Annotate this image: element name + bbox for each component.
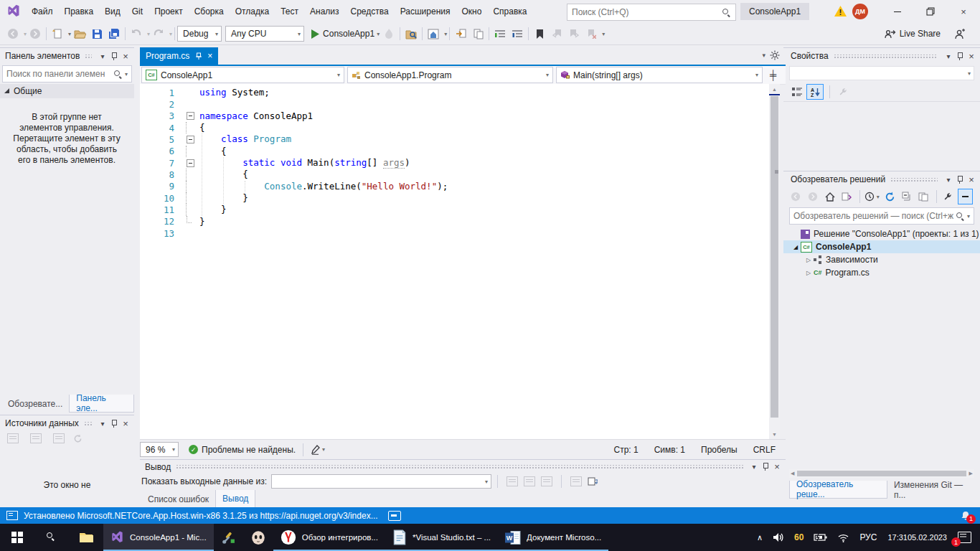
toolbox-window-menu-icon[interactable]: ▾ [97,50,108,62]
feedback-icon[interactable] [951,25,967,42]
network-icon[interactable] [832,524,854,551]
close-button[interactable] [947,0,980,23]
nav-type-select[interactable]: ConsoleApp1.Program ▾ [347,67,553,83]
toolbox-section-general[interactable]: Общие [0,84,134,98]
se-back-icon[interactable] [789,189,803,204]
editor-options-gear-icon[interactable] [770,50,780,60]
alphabetical-sort-icon[interactable]: AZ [806,84,824,100]
se-switch-views-icon[interactable] [840,189,854,204]
code-line-13[interactable]: 13 [140,227,769,239]
taskbar-task-yandex[interactable]: Обзор интегриров... [273,524,385,551]
tray-volume-level[interactable]: 60 [789,524,809,551]
document-pin-icon[interactable] [195,52,202,60]
previous-message-icon[interactable] [524,476,535,486]
nav-project-select[interactable]: C# ConsoleApp1 ▾ [141,67,344,83]
status-line-ending[interactable]: CRLF [753,445,776,455]
edit-data-source-icon[interactable] [30,433,42,443]
tree-item-solution[interactable]: Решение "ConsoleApp1" (проекты: 1 из 1) [783,227,980,240]
categorized-view-icon[interactable] [789,85,805,99]
start-debug-button[interactable]: ConsoleApp1 ▾ [311,25,380,42]
redo-button[interactable] [151,25,166,42]
se-forward-icon[interactable] [806,189,820,204]
minimize-button[interactable] [881,0,914,23]
battery-icon[interactable] [809,524,832,551]
tray-chevron-icon[interactable]: ∧ [752,524,768,551]
code-editor[interactable]: 1using System;23namespace ConsoleApp14{5… [140,84,769,439]
start-button[interactable] [0,524,34,551]
code-line-7[interactable]: 7 static void Main(string[] args) [140,157,769,169]
preview-selected-items-icon[interactable] [958,189,973,204]
home-dropdown[interactable]: ▾ [444,31,447,37]
menu-вид[interactable]: Вид [99,0,126,23]
tab-git-changes[interactable]: Изменения Git — п... [887,481,980,499]
se-properties-wrench-icon[interactable] [941,189,955,204]
menu-отладка[interactable]: Отладка [230,0,275,23]
code-line-12[interactable]: 12} [140,216,769,227]
quick-search-input[interactable]: Поиск (Ctrl+Q) [567,4,736,21]
properties-window-menu-icon[interactable]: ▾ [943,50,954,62]
document-close-icon[interactable]: × [207,51,212,61]
language-indicator[interactable]: РУС [854,524,882,551]
split-editor-icon[interactable]: ╪ [770,70,776,80]
tree-item-dependencies[interactable]: ▷Зависимости [783,253,980,266]
code-line-8[interactable]: 8 { [140,169,769,180]
taskbar-task-isaac[interactable] [243,524,273,551]
previous-bookmark-button[interactable] [549,25,565,42]
tab-error-list[interactable]: Список ошибок [141,491,215,508]
open-file-button[interactable] [72,25,88,42]
status-whitespace[interactable]: Пробелы [701,445,738,455]
tab-output[interactable]: Вывод [215,490,255,508]
problems-status[interactable]: Проблемы не найдены. [202,445,296,455]
menu-git[interactable]: Git [126,0,149,23]
live-share-button[interactable]: Live Share [884,29,941,39]
solution-configuration-select[interactable]: Debug▾ [177,26,222,42]
navigate-forward-button[interactable] [27,25,43,42]
next-message-icon[interactable] [541,476,552,486]
toolbar-options-dropdown[interactable]: ▾ [602,31,605,37]
undo-dropdown[interactable]: ▾ [147,31,150,37]
code-line-2[interactable]: 2 [140,98,769,110]
code-line-5[interactable]: 5 class Program [140,133,769,145]
data-sources-close-icon[interactable] [120,418,131,429]
refresh-icon[interactable] [883,189,897,204]
taskbar-task-tools[interactable] [214,524,243,551]
menu-тест[interactable]: Тест [275,0,304,23]
properties-close-icon[interactable] [966,50,977,62]
solution-explorer-close-icon[interactable] [966,174,977,185]
solution-explorer-home-button[interactable] [425,25,441,42]
right-dock-hscrollbar[interactable]: ◀▶ [789,469,974,478]
find-message-icon[interactable] [507,476,518,486]
toolbox-close-icon[interactable] [120,50,131,62]
tree-expander-icon[interactable]: ▷ [804,270,814,276]
menu-правка[interactable]: Правка [59,0,100,23]
code-line-11[interactable]: 11 } [140,204,769,215]
navigate-back-button[interactable] [5,25,21,42]
word-wrap-icon[interactable] [588,477,598,486]
output-window-menu-icon[interactable]: ▾ [748,461,760,473]
properties-pin-icon[interactable] [954,50,966,62]
next-bookmark-button[interactable] [566,25,582,42]
properties-object-select[interactable]: ▾ [789,66,974,80]
taskbar-search-button[interactable] [34,524,69,551]
undo-button[interactable] [128,25,144,42]
show-all-files-icon[interactable] [917,189,930,204]
add-data-source-icon[interactable] [7,433,19,443]
output-source-select[interactable]: ▾ [271,474,491,489]
tree-item-csproj[interactable]: ◢C#ConsoleApp1 [783,240,980,253]
fold-gutter[interactable] [174,110,197,122]
output-pin-icon[interactable] [760,461,771,473]
save-button[interactable] [89,25,105,42]
clear-output-icon[interactable] [570,476,582,486]
output-window-icon[interactable] [6,511,18,520]
code-line-6[interactable]: 6 { [140,146,769,157]
action-center-button[interactable]: 1 [953,524,980,551]
redo-dropdown[interactable]: ▾ [169,31,172,37]
navigate-back-dropdown[interactable]: ▾ [24,31,27,37]
data-sources-window-menu-icon[interactable]: ▾ [97,418,108,429]
fold-gutter[interactable] [174,157,197,169]
warning-icon[interactable] [834,6,847,17]
clear-bookmarks-button[interactable] [583,25,599,42]
menu-расширения[interactable]: Расширения [395,0,456,23]
menu-средства[interactable]: Средства [345,0,395,23]
screen-keyboard-icon[interactable] [388,511,401,521]
